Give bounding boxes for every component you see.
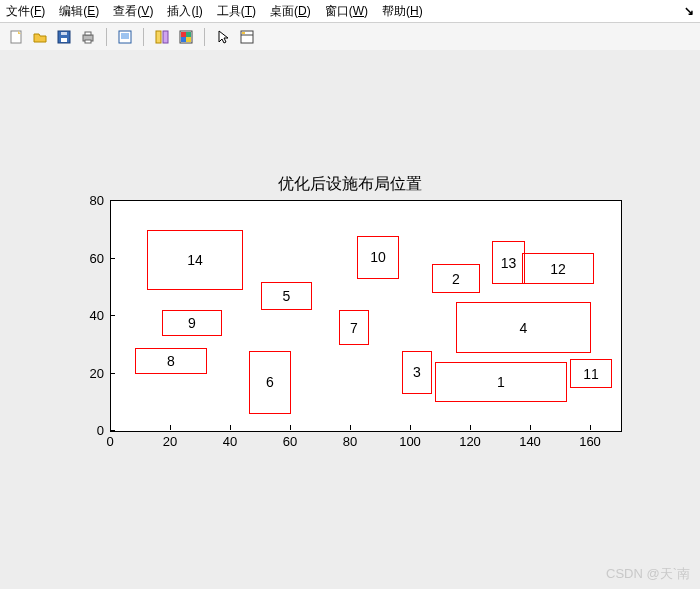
facility-rect-2: 2 <box>432 264 480 293</box>
y-tick-label: 20 <box>70 365 104 380</box>
y-tick-label: 80 <box>70 193 104 208</box>
separator <box>143 28 144 46</box>
facility-rect-6: 6 <box>249 351 291 414</box>
chart-title: 优化后设施布局位置 <box>70 174 630 195</box>
menu-help[interactable]: 帮助(H) <box>382 3 423 20</box>
watermark: CSDN @天`南 <box>606 565 690 583</box>
facility-rect-4: 4 <box>456 302 591 354</box>
separator <box>106 28 107 46</box>
svg-rect-15 <box>186 37 191 42</box>
facility-rect-7: 7 <box>339 310 369 345</box>
facility-rect-11: 11 <box>570 359 612 388</box>
y-tick-label: 0 <box>70 423 104 438</box>
menu-desktop[interactable]: 桌面(D) <box>270 3 311 20</box>
facility-rect-14: 14 <box>147 230 243 290</box>
x-tick-label: 40 <box>223 434 237 449</box>
x-tick-label: 140 <box>519 434 541 449</box>
svg-rect-14 <box>181 37 186 42</box>
facility-rect-10: 10 <box>357 236 399 279</box>
svg-rect-13 <box>186 32 191 37</box>
print-preview-button[interactable] <box>115 27 135 47</box>
facility-rect-12: 12 <box>522 253 594 285</box>
svg-rect-5 <box>85 32 91 35</box>
axes: 优化后设施布局位置 1234567891011121314 0204060800… <box>70 180 630 460</box>
facility-rect-13: 13 <box>492 241 525 284</box>
y-tick-label: 40 <box>70 308 104 323</box>
separator <box>204 28 205 46</box>
x-tick-label: 160 <box>579 434 601 449</box>
x-tick-label: 60 <box>283 434 297 449</box>
x-tick-label: 0 <box>106 434 113 449</box>
pointer-button[interactable] <box>213 27 233 47</box>
menu-view[interactable]: 查看(V) <box>113 3 153 20</box>
link-plot-button[interactable] <box>152 27 172 47</box>
menu-edit[interactable]: 编辑(E) <box>59 3 99 20</box>
x-tick-label: 80 <box>343 434 357 449</box>
x-tick-label: 100 <box>399 434 421 449</box>
plot-area: 1234567891011121314 <box>110 200 622 432</box>
facility-rect-5: 5 <box>261 282 312 311</box>
menu-tools[interactable]: 工具(T) <box>217 3 256 20</box>
facility-rect-1: 1 <box>435 362 567 402</box>
figure-canvas[interactable]: 优化后设施布局位置 1234567891011121314 0204060800… <box>0 50 700 589</box>
svg-rect-10 <box>163 31 168 43</box>
svg-rect-3 <box>61 32 67 35</box>
save-button[interactable] <box>54 27 74 47</box>
dock-arrow-icon[interactable]: ↘ <box>684 4 694 18</box>
menu-insert[interactable]: 插入(I) <box>167 3 202 20</box>
property-inspector-button[interactable] <box>237 27 257 47</box>
menu-file[interactable]: 文件(F) <box>6 3 45 20</box>
svg-rect-9 <box>156 31 161 43</box>
facility-rect-3: 3 <box>402 351 432 394</box>
facility-rect-9: 9 <box>162 310 222 336</box>
svg-rect-12 <box>181 32 186 37</box>
svg-rect-6 <box>85 40 91 43</box>
toolbar <box>0 23 700 52</box>
open-button[interactable] <box>30 27 50 47</box>
print-button[interactable] <box>78 27 98 47</box>
new-figure-button[interactable] <box>6 27 26 47</box>
menu-window[interactable]: 窗口(W) <box>325 3 368 20</box>
colorbar-button[interactable] <box>176 27 196 47</box>
svg-rect-18 <box>242 32 245 34</box>
svg-rect-8 <box>121 33 129 39</box>
menu-items: 文件(F) 编辑(E) 查看(V) 插入(I) 工具(T) 桌面(D) 窗口(W… <box>6 3 423 20</box>
facility-rect-8: 8 <box>135 348 207 374</box>
x-tick-label: 120 <box>459 434 481 449</box>
menubar: 文件(F) 编辑(E) 查看(V) 插入(I) 工具(T) 桌面(D) 窗口(W… <box>0 0 700 23</box>
x-tick-label: 20 <box>163 434 177 449</box>
svg-rect-2 <box>61 38 67 42</box>
y-tick-label: 60 <box>70 250 104 265</box>
